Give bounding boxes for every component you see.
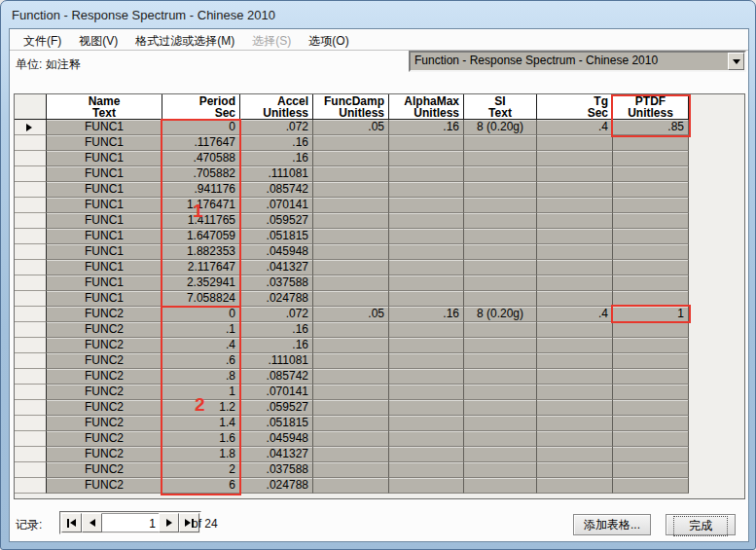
cell-si[interactable]: 8 (0.20g)	[464, 307, 537, 322]
cell-period[interactable]: 1.411765	[162, 213, 240, 229]
cell-period[interactable]: 1.6	[162, 431, 240, 447]
cell-accel[interactable]: .041327	[240, 447, 313, 462]
row-selector[interactable]	[15, 229, 47, 244]
cell-ptdf[interactable]	[613, 385, 689, 400]
cell-name[interactable]: FUNC1	[47, 291, 162, 307]
cell-tg[interactable]	[537, 151, 613, 166]
cell-funcdamp[interactable]	[313, 135, 389, 151]
cell-name[interactable]: FUNC1	[47, 135, 162, 151]
cell-accel[interactable]: .085742	[240, 182, 313, 198]
cell-accel[interactable]: .16	[240, 135, 313, 151]
cell-tg[interactable]	[537, 260, 613, 275]
cell-period[interactable]: 1.8	[162, 447, 240, 462]
cell-funcdamp[interactable]	[313, 416, 389, 431]
row-selector[interactable]	[15, 400, 47, 416]
cell-ptdf[interactable]	[613, 400, 689, 416]
cell-ptdf[interactable]	[613, 244, 689, 260]
row-selector[interactable]	[15, 447, 47, 462]
cell-alphamax[interactable]	[389, 275, 464, 291]
cell-name[interactable]: FUNC1	[47, 213, 162, 229]
row-selector[interactable]	[15, 275, 47, 291]
cell-accel[interactable]: .059527	[240, 400, 313, 416]
cell-accel[interactable]: .045948	[240, 431, 313, 447]
cell-tg[interactable]	[537, 198, 613, 213]
cell-name[interactable]: FUNC2	[47, 400, 162, 416]
row-selector[interactable]	[15, 416, 47, 431]
cell-period[interactable]: 2	[162, 462, 240, 478]
cell-alphamax[interactable]	[389, 198, 464, 213]
cell-name[interactable]: FUNC2	[47, 447, 162, 462]
cell-ptdf[interactable]	[613, 198, 689, 213]
row-selector[interactable]	[15, 260, 47, 275]
cell-period[interactable]: 0	[162, 120, 240, 135]
cell-period[interactable]: .941176	[162, 182, 240, 198]
cell-funcdamp[interactable]	[313, 151, 389, 166]
cell-ptdf[interactable]	[613, 291, 689, 307]
add-table-button[interactable]: 添加表格...	[573, 514, 651, 535]
menu-item-0[interactable]: 文件(F)	[15, 29, 70, 50]
cell-si[interactable]	[464, 462, 537, 478]
next-record-button[interactable]	[159, 513, 179, 532]
cell-name[interactable]: FUNC2	[47, 478, 162, 494]
cell-si[interactable]	[464, 135, 537, 151]
cell-ptdf[interactable]	[613, 478, 689, 494]
cell-name[interactable]: FUNC1	[47, 151, 162, 166]
cell-name[interactable]: FUNC1	[47, 244, 162, 260]
cell-ptdf[interactable]	[613, 322, 689, 338]
cell-si[interactable]	[464, 291, 537, 307]
cell-funcdamp[interactable]: .05	[313, 307, 389, 322]
cell-funcdamp[interactable]	[313, 462, 389, 478]
cell-tg[interactable]	[537, 229, 613, 244]
cell-ptdf[interactable]	[613, 447, 689, 462]
row-selector[interactable]	[15, 244, 47, 260]
cell-alphamax[interactable]	[389, 166, 464, 182]
cell-accel[interactable]: .111081	[240, 166, 313, 182]
cell-alphamax[interactable]	[389, 447, 464, 462]
cell-si[interactable]	[464, 260, 537, 275]
cell-alphamax[interactable]	[389, 182, 464, 198]
cell-alphamax[interactable]	[389, 385, 464, 400]
cell-name[interactable]: FUNC1	[47, 182, 162, 198]
cell-tg[interactable]	[537, 431, 613, 447]
cell-tg[interactable]	[537, 275, 613, 291]
cell-si[interactable]	[464, 478, 537, 494]
cell-accel[interactable]: .070141	[240, 385, 313, 400]
cell-ptdf[interactable]	[613, 416, 689, 431]
row-selector[interactable]	[15, 198, 47, 213]
cell-funcdamp[interactable]	[313, 369, 389, 385]
cell-alphamax[interactable]	[389, 431, 464, 447]
cell-alphamax[interactable]	[389, 478, 464, 494]
cell-period[interactable]: 6	[162, 478, 240, 494]
row-selector[interactable]	[15, 338, 47, 353]
row-selector[interactable]	[15, 166, 47, 182]
cell-name[interactable]: FUNC1	[47, 229, 162, 244]
cell-si[interactable]	[464, 198, 537, 213]
first-record-button[interactable]	[61, 513, 82, 532]
cell-name[interactable]: FUNC2	[47, 416, 162, 431]
cell-si[interactable]	[464, 416, 537, 431]
done-button[interactable]: 完成	[666, 514, 736, 535]
cell-accel[interactable]: .041327	[240, 260, 313, 275]
cell-ptdf[interactable]	[613, 229, 689, 244]
cell-period[interactable]: 1.176471	[162, 198, 240, 213]
cell-accel[interactable]: .059527	[240, 213, 313, 229]
cell-name[interactable]: FUNC1	[47, 120, 162, 135]
cell-ptdf[interactable]	[613, 462, 689, 478]
cell-ptdf[interactable]	[613, 135, 689, 151]
cell-alphamax[interactable]	[389, 135, 464, 151]
cell-accel[interactable]: .037588	[240, 275, 313, 291]
cell-funcdamp[interactable]	[313, 229, 389, 244]
cell-name[interactable]: FUNC2	[47, 338, 162, 353]
cell-funcdamp[interactable]	[313, 478, 389, 494]
cell-accel[interactable]: .16	[240, 151, 313, 166]
cell-accel[interactable]: .024788	[240, 478, 313, 494]
cell-period[interactable]: 0	[162, 307, 240, 322]
cell-period[interactable]: .4	[162, 338, 240, 353]
cell-tg[interactable]: .4	[537, 307, 613, 322]
cell-funcdamp[interactable]	[313, 291, 389, 307]
cell-si[interactable]	[464, 431, 537, 447]
row-selector[interactable]	[15, 213, 47, 229]
cell-tg[interactable]	[537, 182, 613, 198]
cell-si[interactable]	[464, 338, 537, 353]
row-selector[interactable]	[15, 478, 47, 494]
